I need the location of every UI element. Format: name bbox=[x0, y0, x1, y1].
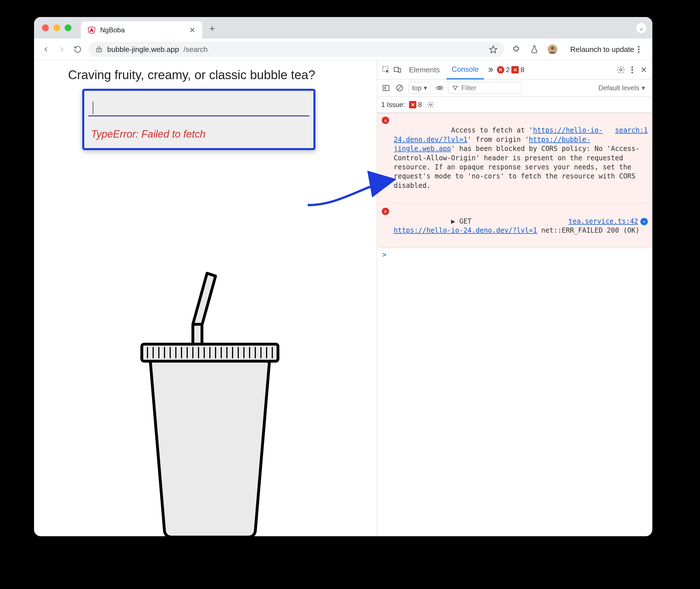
close-window-button[interactable] bbox=[42, 24, 49, 31]
svg-point-37 bbox=[631, 66, 633, 68]
console-error-row[interactable]: ✕ tea.service.ts:42✦▶ GET https://hello-… bbox=[377, 204, 652, 248]
url-domain: bubble-jingle.web.app bbox=[107, 45, 179, 54]
devtools-kebab-icon[interactable] bbox=[627, 65, 637, 74]
context-label: top bbox=[412, 84, 422, 92]
titlebar: NgBoba ✕ ＋ ⌄ bbox=[34, 17, 652, 39]
tab-title: NgBoba bbox=[100, 26, 185, 34]
relaunch-label: Relaunch to update bbox=[570, 45, 634, 54]
prompt-chevron-icon: > bbox=[382, 251, 386, 259]
svg-line-43 bbox=[398, 86, 402, 90]
console-messages: ✕ search:1Access to fetch at 'https://he… bbox=[377, 113, 652, 248]
console-error-row[interactable]: ✕ search:1Access to fetch at 'https://he… bbox=[377, 113, 652, 203]
error-count-badge[interactable]: ✕2 bbox=[497, 66, 510, 74]
svg-rect-34 bbox=[394, 67, 399, 71]
console-tab-label: Console bbox=[452, 65, 478, 74]
profile-avatar[interactable] bbox=[546, 42, 559, 57]
filter-icon bbox=[452, 85, 458, 91]
elements-tab[interactable]: Elements bbox=[404, 61, 445, 79]
window-controls bbox=[42, 24, 71, 31]
svg-point-6 bbox=[638, 46, 640, 48]
svg-point-5 bbox=[551, 46, 554, 50]
svg-point-39 bbox=[631, 71, 633, 73]
console-sidebar-toggle-icon[interactable] bbox=[381, 83, 391, 93]
svg-point-44 bbox=[439, 87, 441, 89]
devtools-close-icon[interactable]: ✕ bbox=[639, 65, 648, 74]
extensions-icon[interactable] bbox=[510, 42, 522, 57]
devtools-settings-icon[interactable] bbox=[616, 65, 626, 74]
annotation-arrow bbox=[306, 174, 397, 219]
content-area: Craving fruity, creamy, or classic bubbl… bbox=[34, 60, 652, 536]
devtools-panel: Elements Console ✕2 ✕8 ✕ bbox=[377, 60, 652, 536]
console-filter[interactable] bbox=[448, 82, 521, 94]
labs-icon[interactable] bbox=[528, 42, 540, 57]
console-toolbar: top ▾ Default levels ▾ bbox=[377, 79, 652, 97]
source-link[interactable]: tea.service.ts:42 bbox=[568, 217, 638, 225]
stage: NgBoba ✕ ＋ ⌄ bubble-jingle.web.app/searc… bbox=[0, 0, 700, 589]
console-prompt[interactable]: > bbox=[377, 248, 652, 261]
filter-input[interactable] bbox=[461, 84, 507, 92]
site-info-icon[interactable] bbox=[95, 46, 103, 53]
msg1-pre: Access to fetch at ' bbox=[451, 126, 533, 134]
browser-tab[interactable]: NgBoba ✕ bbox=[80, 21, 203, 39]
msg2-url[interactable]: https://hello-io-24.deno.dev/?lvl=1 bbox=[394, 226, 537, 234]
more-tabs-icon[interactable] bbox=[486, 65, 495, 74]
issues-count-value: 8 bbox=[520, 66, 524, 74]
chevron-down-icon: ▾ bbox=[642, 84, 645, 92]
svg-point-38 bbox=[631, 69, 633, 71]
svg-marker-3 bbox=[490, 46, 497, 53]
page-headline: Craving fruity, creamy, or classic bubbl… bbox=[68, 68, 377, 82]
live-expression-icon[interactable] bbox=[435, 83, 444, 93]
page-viewport: Craving fruity, creamy, or classic bubbl… bbox=[34, 60, 377, 536]
search-card: TypeError: Failed to fetch bbox=[82, 89, 315, 150]
url-path: /search bbox=[184, 45, 208, 54]
bookmark-icon[interactable] bbox=[489, 45, 497, 54]
issues-label: 1 Issue: bbox=[381, 101, 405, 109]
issues-count-badge[interactable]: ✕8 bbox=[511, 66, 524, 74]
angular-favicon-icon bbox=[88, 26, 95, 34]
chevron-down-icon: ▾ bbox=[424, 84, 427, 92]
ai-explain-icon[interactable]: ✦ bbox=[641, 218, 648, 225]
expand-arrow-icon[interactable]: ▶ bbox=[451, 217, 455, 225]
reload-button[interactable] bbox=[73, 44, 83, 54]
msg1-mid: ' from origin ' bbox=[467, 136, 529, 144]
msg2-method: GET bbox=[459, 217, 471, 225]
close-tab-icon[interactable]: ✕ bbox=[189, 26, 195, 35]
msg2-tail: net::ERR_FAILED 200 (OK) bbox=[537, 226, 640, 234]
elements-tab-label: Elements bbox=[409, 65, 440, 74]
svg-point-45 bbox=[430, 104, 432, 106]
issues-bar: 1 Issue: ✕8 bbox=[377, 97, 652, 113]
search-input[interactable] bbox=[88, 96, 309, 116]
kebab-menu-icon[interactable] bbox=[638, 45, 640, 53]
fetch-error-text: TypeError: Failed to fetch bbox=[91, 128, 309, 140]
levels-label: Default levels bbox=[599, 84, 639, 92]
minimize-window-button[interactable] bbox=[53, 24, 60, 31]
issues-settings-icon[interactable] bbox=[426, 100, 435, 110]
device-toolbar-icon[interactable] bbox=[393, 65, 402, 74]
issues-bar-badge[interactable]: ✕8 bbox=[409, 101, 422, 109]
svg-rect-35 bbox=[399, 68, 401, 72]
toolbar: bubble-jingle.web.app/search Relaunch to… bbox=[34, 39, 652, 60]
clear-console-icon[interactable] bbox=[395, 83, 405, 93]
svg-point-36 bbox=[620, 69, 622, 71]
new-tab-button[interactable]: ＋ bbox=[208, 22, 217, 35]
text-cursor bbox=[93, 102, 93, 114]
inspect-element-icon[interactable] bbox=[381, 65, 391, 74]
console-tab[interactable]: Console bbox=[446, 60, 484, 79]
forward-button[interactable] bbox=[57, 44, 67, 54]
maximize-window-button[interactable] bbox=[65, 24, 71, 31]
boba-cup-illustration bbox=[122, 270, 298, 536]
issues-bar-count: 8 bbox=[418, 101, 422, 109]
back-button[interactable] bbox=[41, 44, 51, 54]
svg-rect-40 bbox=[383, 85, 389, 91]
svg-point-7 bbox=[638, 48, 640, 50]
relaunch-button[interactable]: Relaunch to update bbox=[564, 42, 646, 57]
log-levels-selector[interactable]: Default levels ▾ bbox=[595, 82, 648, 93]
source-link[interactable]: search:1 bbox=[615, 126, 648, 134]
devtools-tabstrip: Elements Console ✕2 ✕8 ✕ bbox=[377, 60, 652, 79]
tab-overflow-button[interactable]: ⌄ bbox=[636, 23, 647, 33]
context-selector[interactable]: top ▾ bbox=[409, 82, 431, 94]
address-bar[interactable]: bubble-jingle.web.app/search bbox=[88, 42, 504, 57]
browser-window: NgBoba ✕ ＋ ⌄ bubble-jingle.web.app/searc… bbox=[34, 17, 652, 536]
svg-point-8 bbox=[638, 51, 640, 53]
error-count-value: 2 bbox=[506, 66, 510, 74]
